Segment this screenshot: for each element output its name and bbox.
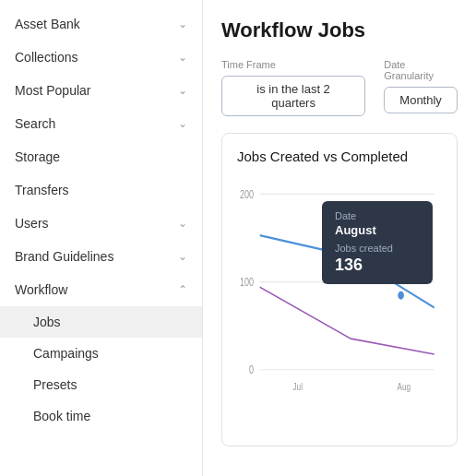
sidebar-sub-item-campaings[interactable]: Campaings	[0, 338, 202, 369]
chevron-down-icon: ⌄	[178, 51, 187, 64]
chart-svg: 200 100 0 Jul Aug	[237, 173, 442, 432]
sidebar-item-label: Brand Guidelines	[15, 249, 113, 264]
chart-data-point[interactable]	[397, 291, 404, 301]
filters-row: Time Frame is in the last 2 quarters Dat…	[221, 59, 458, 116]
sidebar-sub-item-book-time[interactable]: Book time	[0, 400, 202, 432]
chevron-down-icon: ⌄	[178, 117, 187, 130]
sidebar-item-storage[interactable]: Storage	[0, 140, 202, 173]
sidebar-item-workflow[interactable]: Workflow ⌃	[0, 273, 202, 306]
svg-text:Jul: Jul	[293, 381, 303, 393]
svg-text:100: 100	[240, 276, 254, 289]
timeframe-label: Time Frame	[221, 59, 365, 70]
chart-section: Jobs Created vs Completed 200 100 0 Jul	[221, 133, 458, 446]
granularity-label: Date Granularity	[384, 59, 458, 81]
granularity-filter-group: Date Granularity Monthly	[384, 59, 458, 116]
chevron-down-icon: ⌄	[178, 84, 187, 97]
sidebar-item-asset-bank[interactable]: Asset Bank ⌄	[0, 7, 202, 41]
sidebar-item-label: Transfers	[15, 183, 69, 197]
jobs-completed-line	[260, 287, 434, 354]
timeframe-chip[interactable]: is in the last 2 quarters	[221, 76, 365, 116]
sidebar-item-search[interactable]: Search ⌄	[0, 107, 202, 140]
svg-text:0: 0	[249, 363, 254, 376]
sidebar-item-label: Storage	[15, 149, 60, 164]
timeframe-filter-group: Time Frame is in the last 2 quarters	[221, 59, 365, 116]
sidebar-item-most-popular[interactable]: Most Popular ⌄	[0, 74, 202, 107]
sidebar-sub-item-jobs[interactable]: Jobs	[0, 306, 202, 338]
sidebar-item-label: Users	[15, 216, 49, 231]
jobs-created-line	[260, 235, 434, 307]
sidebar-item-brand-guidelines[interactable]: Brand Guidelines ⌄	[0, 240, 202, 273]
sidebar-item-label: Workflow	[15, 282, 67, 297]
chevron-down-icon: ⌄	[178, 217, 187, 230]
sidebar-item-label: Asset Bank	[15, 17, 80, 31]
sidebar: Asset Bank ⌄ Collections ⌄ Most Popular …	[0, 0, 203, 476]
sidebar-item-label: Most Popular	[15, 83, 90, 98]
svg-text:200: 200	[240, 187, 254, 200]
granularity-chip[interactable]: Monthly	[384, 87, 458, 113]
sidebar-item-label: Search	[15, 116, 55, 131]
main-content: Workflow Jobs Time Frame is in the last …	[203, 0, 476, 476]
sidebar-item-transfers[interactable]: Transfers	[0, 173, 202, 207]
chevron-up-icon: ⌃	[178, 283, 187, 296]
sidebar-item-collections[interactable]: Collections ⌄	[0, 41, 202, 74]
svg-text:Aug: Aug	[398, 381, 411, 393]
sidebar-item-label: Collections	[15, 50, 77, 65]
chart-title: Jobs Created vs Completed	[237, 149, 442, 164]
sidebar-sub-item-presets[interactable]: Presets	[0, 369, 202, 400]
chart-area: 200 100 0 Jul Aug Date August Jobs creat…	[237, 173, 442, 432]
chevron-down-icon: ⌄	[178, 250, 187, 263]
sidebar-item-users[interactable]: Users ⌄	[0, 207, 202, 240]
chevron-down-icon: ⌄	[178, 18, 187, 30]
page-title: Workflow Jobs	[221, 18, 458, 42]
